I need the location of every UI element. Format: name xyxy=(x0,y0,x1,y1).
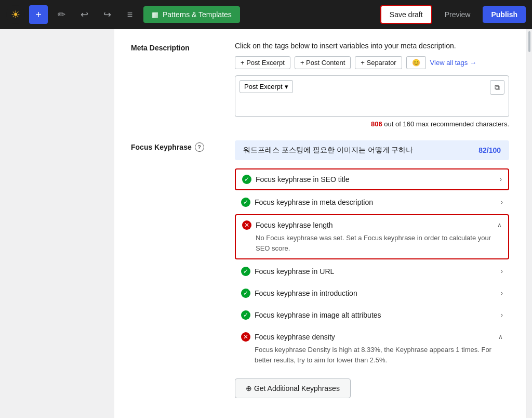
grid-icon: ▦ xyxy=(152,10,158,19)
get-additional-keyphrases-button[interactable]: ⊕ Get Additional Keyphrases xyxy=(235,378,351,398)
char-count-max: 160 xyxy=(403,120,414,128)
preview-button[interactable]: Preview xyxy=(436,6,479,23)
keyphrase-text: 워드프레스 포스팅에 필요한 이미지는 어떻게 구하나 xyxy=(243,146,413,155)
add-block-button[interactable]: + xyxy=(29,5,48,24)
check-label-introduction: Focus keyphrase in introduction xyxy=(255,289,497,297)
check-green-icon: ✓ xyxy=(241,289,250,298)
pencil-icon: ✏ xyxy=(58,9,65,20)
view-all-tags-link[interactable]: View all tags → xyxy=(430,59,476,67)
check-arrow-keyphrase-length: ∧ xyxy=(497,221,502,229)
copy-icon: ⧉ xyxy=(495,83,500,92)
post-excerpt-dropdown[interactable]: Post Excerpt ▾ xyxy=(240,80,293,93)
excerpt-row: Post Excerpt ▾ xyxy=(240,80,504,93)
meta-description-label: Meta Description xyxy=(131,42,235,128)
chevron-down-icon: ▾ xyxy=(285,83,288,90)
excerpt-dropdown-label: Post Excerpt xyxy=(244,83,283,90)
site-logo-icon[interactable]: ☀ xyxy=(6,5,25,24)
char-count-text: out of xyxy=(384,120,401,128)
seo-check-item-keyphrase-length[interactable]: ✕Focus keyphrase length∧No Focus keyphra… xyxy=(235,214,509,259)
main-layout: Meta Description Click on the tags below… xyxy=(0,29,532,418)
post-content-tag-button[interactable]: + Post Content xyxy=(295,56,351,69)
tag-buttons-row: + Post Excerpt + Post Content + Separato… xyxy=(235,56,509,69)
check-arrow-meta-desc: › xyxy=(501,199,503,206)
plus-icon: + xyxy=(35,9,42,21)
check-detail-keyphrase-length: No Focus keyphrase was set. Set a Focus … xyxy=(256,233,502,253)
meta-description-label-text: Meta Description xyxy=(131,44,235,52)
meta-description-content: Click on the tags below to insert variab… xyxy=(235,42,509,128)
seo-check-item-introduction[interactable]: ✓Focus keyphrase in introduction› xyxy=(235,283,509,303)
focus-keyphrase-section: Focus Keyphrase ? 워드프레스 포스팅에 필요한 이미지는 어떻… xyxy=(131,140,509,398)
check-green-icon: ✓ xyxy=(241,267,250,276)
meta-description-textarea-box: Post Excerpt ▾ ⧉ xyxy=(235,75,509,117)
char-count-over: 806 xyxy=(371,120,382,128)
check-label-url: Focus keyphrase in URL xyxy=(255,267,497,276)
check-arrow-seo-title: › xyxy=(500,176,502,183)
meta-description-section: Meta Description Click on the tags below… xyxy=(131,42,509,128)
post-excerpt-tag-button[interactable]: + Post Excerpt xyxy=(235,56,290,69)
seo-check-item-seo-title[interactable]: ✓Focus keyphrase in SEO title› xyxy=(235,168,509,190)
check-arrow-density: ∧ xyxy=(498,333,503,341)
seo-check-item-image-alt[interactable]: ✓Focus keyphrase in image alt attributes… xyxy=(235,305,509,325)
keyphrase-score-bar: 워드프레스 포스팅에 필요한 이미지는 어떻게 구하나 82/100 xyxy=(235,140,509,160)
emoji-tag-button[interactable]: 😊 xyxy=(406,56,426,69)
toolbar: ☀ + ✏ ↩ ↪ ≡ ▦ Patterns & Templates Save … xyxy=(0,0,532,29)
copy-button[interactable]: ⧉ xyxy=(490,80,504,95)
focus-keyphrase-label-text: Focus Keyphrase ? xyxy=(131,142,235,152)
check-label-seo-title: Focus keyphrase in SEO title xyxy=(256,175,496,184)
redo-button[interactable]: ↪ xyxy=(98,5,116,24)
save-draft-button[interactable]: Save draft xyxy=(380,5,432,24)
check-green-icon: ✓ xyxy=(242,175,251,184)
keyphrase-score: 82/100 xyxy=(478,146,501,154)
check-label-image-alt: Focus keyphrase in image alt attributes xyxy=(255,311,497,319)
check-arrow-image-alt: › xyxy=(501,311,503,319)
publish-button[interactable]: Publish xyxy=(483,6,526,23)
check-arrow-introduction: › xyxy=(501,290,503,297)
check-red-icon: ✕ xyxy=(242,220,251,230)
seo-check-item-url[interactable]: ✓Focus keyphrase in URL› xyxy=(235,262,509,281)
focus-keyphrase-content: 워드프레스 포스팅에 필요한 이미지는 어떻게 구하나 82/100 ✓Focu… xyxy=(235,140,509,398)
patterns-label: Patterns & Templates xyxy=(163,10,232,19)
meta-description-intro: Click on the tags below to insert variab… xyxy=(235,42,509,50)
check-detail-density: Focus keyphrase Density is high at 8.33%… xyxy=(255,345,503,365)
undo-icon: ↩ xyxy=(81,9,88,20)
focus-keyphrase-label: Focus Keyphrase ? xyxy=(131,140,235,398)
check-label-density: Focus keyphrase density xyxy=(255,333,494,341)
toolbar-right-actions: Save draft Preview Publish xyxy=(380,5,526,24)
left-panel xyxy=(0,29,114,418)
content-area: Meta Description Click on the tags below… xyxy=(114,29,526,418)
edit-button[interactable]: ✏ xyxy=(52,5,71,24)
scrollbar-track[interactable] xyxy=(526,29,532,418)
check-green-icon: ✓ xyxy=(241,198,250,207)
list-view-button[interactable]: ≡ xyxy=(121,5,139,24)
redo-icon: ↪ xyxy=(103,9,111,20)
check-label-keyphrase-length: Focus keyphrase length xyxy=(256,221,493,229)
separator-tag-button[interactable]: + Separator xyxy=(355,56,402,69)
undo-button[interactable]: ↩ xyxy=(75,5,94,24)
check-label-meta-desc: Focus keyphrase in meta description xyxy=(255,198,497,206)
list-icon: ≡ xyxy=(127,9,133,20)
check-red-icon: ✕ xyxy=(241,332,250,342)
char-count-suffix: max recommended characters. xyxy=(416,120,509,128)
seo-checks-list: ✓Focus keyphrase in SEO title›✓Focus key… xyxy=(235,168,509,370)
check-green-icon: ✓ xyxy=(241,310,250,320)
check-arrow-url: › xyxy=(501,268,503,275)
seo-check-item-density[interactable]: ✕Focus keyphrase density∧Focus keyphrase… xyxy=(235,327,509,370)
char-count-display: 806 out of 160 max recommended character… xyxy=(235,120,509,128)
patterns-templates-button[interactable]: ▦ Patterns & Templates xyxy=(143,6,240,23)
seo-check-item-meta-desc[interactable]: ✓Focus keyphrase in meta description› xyxy=(235,192,509,212)
help-icon[interactable]: ? xyxy=(195,142,204,152)
